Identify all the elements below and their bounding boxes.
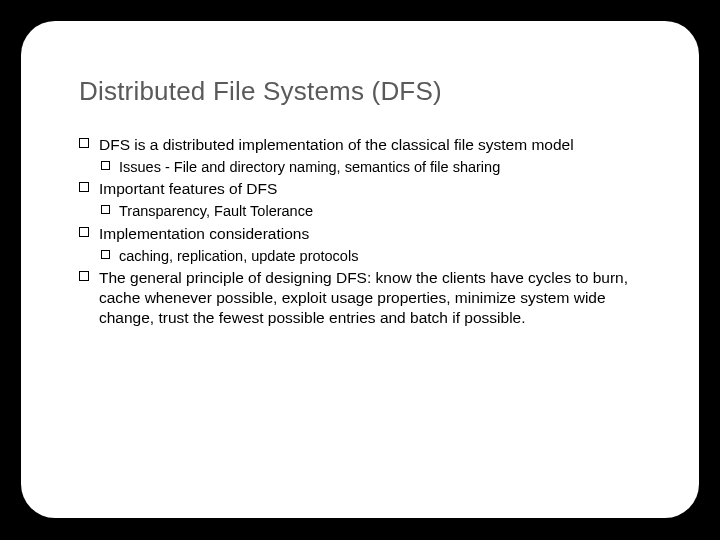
bullet-dfs-definition: DFS is a distributed implementation of t…	[79, 135, 649, 155]
subbullet-caching: caching, replication, update protocols	[101, 247, 649, 266]
subbullet-issues: Issues - File and directory naming, sema…	[101, 158, 649, 177]
slide-card: Distributed File Systems (DFS) DFS is a …	[21, 21, 699, 518]
slide-body: DFS is a distributed implementation of t…	[79, 135, 649, 328]
bullet-general-principle: The general principle of designing DFS: …	[79, 268, 649, 327]
bullet-important-features: Important features of DFS	[79, 179, 649, 199]
bullet-implementation: Implementation considerations	[79, 224, 649, 244]
slide-title: Distributed File Systems (DFS)	[79, 76, 649, 107]
subbullet-transparency: Transparency, Fault Tolerance	[101, 202, 649, 221]
